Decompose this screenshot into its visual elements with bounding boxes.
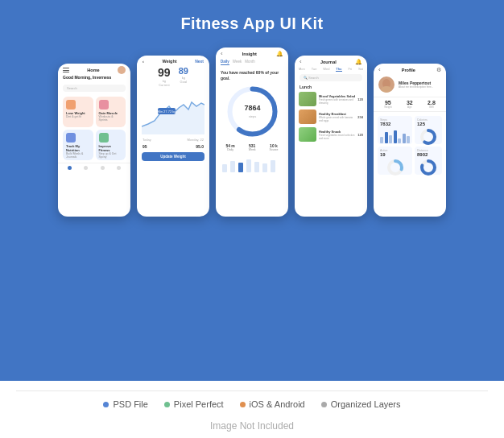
svg-rect-7 bbox=[230, 161, 235, 172]
journal-item-1[interactable]: Mixed Vegetables Salad Fresh greens with… bbox=[295, 90, 367, 108]
hamburger-icon bbox=[63, 68, 69, 72]
notification-icon[interactable]: 🔔 bbox=[276, 51, 283, 57]
card-gain-muscle[interactable]: Gain Muscle Workouts & Sprints bbox=[96, 97, 126, 127]
stat-daily: 54 m Daily bbox=[225, 143, 234, 151]
journal-search[interactable]: 🔍 Search bbox=[300, 74, 362, 81]
food-image-2 bbox=[299, 110, 316, 124]
journal-item-3[interactable]: Healthy Snack Fresh vegetables mixed sel… bbox=[295, 126, 367, 143]
profile-user: Miles Peppertout About me text descripti… bbox=[374, 74, 446, 95]
main-title: Fitness App UI Kit bbox=[181, 14, 324, 33]
week-bar-chart bbox=[221, 156, 282, 172]
phone-journal: ‹ Journal 🔔 Mon Tue Wed Thu Fri Sat 🔍 Se… bbox=[295, 56, 367, 217]
insight-stats: 54 m Daily 531 Week 10 k Source bbox=[216, 141, 288, 154]
layers-dot bbox=[321, 402, 327, 407]
cards-grid: Lose Weight Diet & get fit Gain Muscle W… bbox=[58, 94, 130, 163]
back-arrow-journal[interactable]: ‹ bbox=[300, 58, 302, 65]
nav-home[interactable] bbox=[68, 166, 72, 170]
insight-header: ‹ Insight 🔔 bbox=[216, 48, 288, 58]
steps-bar-chart bbox=[380, 129, 410, 143]
psd-label: PSD File bbox=[113, 399, 147, 409]
journal-day-tabs: Mon Tue Wed Thu Fri Sat bbox=[295, 66, 367, 72]
svg-rect-8 bbox=[238, 163, 243, 172]
journal-notif-icon[interactable]: 🔔 bbox=[355, 59, 362, 65]
phone-insight: ‹ Insight 🔔 Daily Week Month You have re… bbox=[216, 48, 288, 217]
weight-header: ‹ Weight Next bbox=[137, 56, 209, 64]
lose-weight-icon bbox=[66, 100, 76, 110]
nav-search[interactable] bbox=[84, 166, 88, 170]
stat-week: 531 Week bbox=[249, 143, 256, 151]
card-sub: Build Meals & Journals bbox=[66, 152, 90, 159]
stat-source: 10 k Source bbox=[269, 143, 278, 151]
back-arrow-insight[interactable]: ‹ bbox=[221, 50, 223, 57]
divider bbox=[16, 390, 488, 391]
journal-section-label: Lunch bbox=[295, 83, 367, 90]
profile-settings-icon[interactable]: ⚙ bbox=[436, 67, 441, 73]
bottom-bar-chart bbox=[216, 154, 288, 178]
feature-psd: PSD File bbox=[103, 399, 147, 409]
image-not-included-text: Image Not Included bbox=[210, 420, 294, 432]
calories-chart: Calories 125 bbox=[415, 116, 442, 144]
next-button[interactable]: Next bbox=[195, 59, 204, 64]
nav-profile[interactable] bbox=[117, 166, 121, 170]
bottom-section: PSD File Pixel Perfect iOS & Android Org… bbox=[0, 381, 504, 438]
greeting-text: Good Morning, Inverness bbox=[58, 75, 130, 82]
card-sub: Diet & get fit bbox=[66, 115, 90, 118]
layers-label: Organized Layers bbox=[331, 399, 401, 409]
distance-chart: Distance 8902 bbox=[415, 147, 442, 175]
ios-dot bbox=[240, 402, 246, 407]
nav-add[interactable] bbox=[101, 166, 105, 170]
phone-home-title: Home bbox=[87, 68, 99, 72]
card-sub: Workouts & Sprints bbox=[99, 115, 123, 122]
feature-ios: iOS & Android bbox=[240, 399, 305, 409]
nutrition-icon bbox=[66, 133, 76, 143]
svg-rect-12 bbox=[271, 160, 275, 172]
fitness-icon bbox=[99, 133, 109, 143]
profile-avatar bbox=[378, 76, 395, 93]
feature-pixel: Pixel Perfect bbox=[164, 399, 224, 409]
profile-stat-weight: 95 Weight bbox=[384, 100, 391, 109]
tab-week[interactable]: Week bbox=[233, 60, 242, 65]
svg-text:steps: steps bbox=[248, 114, 256, 118]
journal-header: ‹ Journal 🔔 bbox=[295, 56, 367, 66]
features-row: PSD File Pixel Perfect iOS & Android Org… bbox=[103, 399, 400, 409]
insight-tabs: Daily Week Month bbox=[216, 58, 288, 67]
phone-profile: ‹ Profile ⚙ Miles Peppertout About me te… bbox=[374, 64, 446, 217]
update-weight-button[interactable]: Update Weight bbox=[142, 152, 204, 161]
profile-stat-bmi: 2.8 BMI bbox=[428, 100, 436, 109]
food-info-1: Mixed Vegetables Salad Fresh greens with… bbox=[319, 94, 355, 105]
svg-rect-9 bbox=[246, 159, 251, 172]
bottom-nav bbox=[58, 163, 130, 172]
profile-stats: 95 Weight 32 Age 2.8 BMI bbox=[374, 97, 446, 112]
card-lose-weight[interactable]: Lose Weight Diet & get fit bbox=[63, 97, 93, 127]
pixel-dot bbox=[164, 402, 170, 407]
svg-rect-6 bbox=[222, 164, 227, 172]
profile-header-bar: ‹ Profile ⚙ bbox=[374, 64, 446, 74]
top-section: Fitness App UI Kit Home Good Morning, In… bbox=[0, 0, 504, 381]
steps-chart: Steps 7832 bbox=[378, 116, 412, 144]
phone-home: Home Good Morning, Inverness Search Lose… bbox=[58, 64, 130, 217]
svg-text:7864: 7864 bbox=[244, 104, 260, 112]
back-arrow[interactable]: ‹ bbox=[143, 59, 144, 64]
food-info-3: Healthy Snack Fresh vegetables mixed sel… bbox=[319, 130, 355, 140]
profile-stat-age: 32 Age bbox=[407, 100, 413, 109]
steps-ring: 7864 steps bbox=[226, 85, 279, 138]
card-title: Improve Fitness bbox=[99, 144, 123, 152]
tab-month[interactable]: Month bbox=[245, 60, 255, 65]
card-nutrition[interactable]: Track My Nutrition Build Meals & Journal… bbox=[63, 130, 93, 160]
tab-daily[interactable]: Daily bbox=[221, 60, 229, 65]
distance-donut bbox=[417, 159, 440, 176]
svg-point-14 bbox=[381, 86, 392, 93]
back-arrow-profile[interactable]: ‹ bbox=[378, 66, 381, 73]
gain-muscle-icon bbox=[99, 100, 109, 110]
ios-label: iOS & Android bbox=[250, 399, 305, 409]
card-fitness[interactable]: Improve Fitness Step up & Get Sporty bbox=[96, 130, 126, 160]
calories-donut bbox=[417, 128, 440, 146]
card-title: Track My Nutrition bbox=[66, 144, 90, 152]
profile-charts: Steps 7832 Calories 125 bbox=[374, 114, 446, 177]
search-bar[interactable]: Search bbox=[63, 85, 126, 92]
avatar bbox=[118, 66, 126, 74]
journal-item-2[interactable]: Healthy Breakfast Whole grain cereal wit… bbox=[295, 108, 367, 126]
phone-home-header: Home bbox=[58, 64, 130, 75]
card-sub: Step up & Get Sporty bbox=[99, 152, 123, 159]
current-weight-val: 99 kg Current bbox=[158, 66, 171, 87]
